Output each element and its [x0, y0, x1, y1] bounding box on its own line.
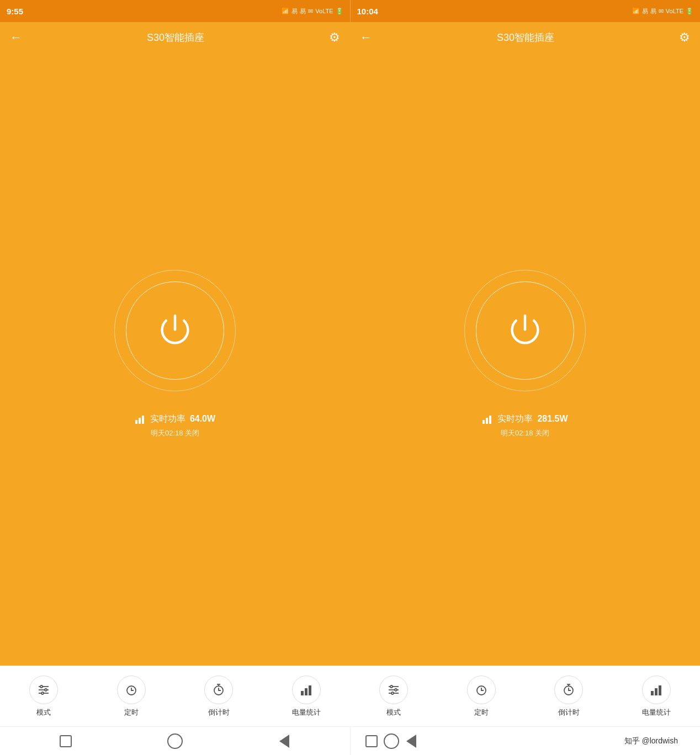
mode-label-right: 模式 — [386, 708, 401, 717]
svg-rect-31 — [651, 691, 654, 695]
right-power-container — [464, 270, 586, 391]
stats-icon-left — [292, 676, 321, 704]
triangle-icon-left — [279, 735, 289, 748]
status-icons-right: 📶 易 易 ✉ VoLTE 🔋 — [632, 7, 693, 15]
svg-point-26 — [391, 692, 394, 694]
svg-rect-14 — [301, 691, 304, 695]
left-toolbar-stats[interactable]: 电量统计 — [287, 676, 326, 717]
left-power-container — [114, 270, 236, 391]
signal-icon-r: 📶 — [632, 8, 640, 15]
battery-icon: 🔋 — [336, 8, 343, 15]
svg-rect-20 — [489, 416, 491, 424]
nav-square-left[interactable] — [56, 731, 76, 751]
circle-icon-right — [384, 733, 399, 749]
right-toolbar-stats[interactable]: 电量统计 — [637, 676, 676, 717]
watermark-section: 知乎 @lordwish — [421, 736, 690, 746]
nav-back-right[interactable] — [401, 731, 421, 751]
app-icon-r: 易 — [650, 7, 656, 15]
countdown-icon-right — [554, 676, 583, 704]
svg-rect-3 — [142, 416, 144, 424]
right-panel: ← S30智能插座 ⚙ — [350, 22, 700, 726]
nav-section-right: 知乎 @lordwish — [351, 727, 701, 755]
back-button-right[interactable]: ← — [360, 30, 372, 45]
square-icon-right — [365, 735, 378, 747]
right-toolbar-countdown[interactable]: 倒计时 — [549, 676, 588, 717]
left-outer-ring — [114, 270, 236, 391]
svg-rect-19 — [486, 418, 488, 424]
right-toolbar-timer[interactable]: 定时 — [462, 676, 501, 717]
volte-icon-r: VoLTE — [666, 8, 683, 14]
settings-button-right[interactable]: ⚙ — [679, 30, 690, 45]
time-right: 10:04 — [357, 7, 378, 16]
battery-icon-r: 🔋 — [686, 8, 693, 15]
status-bar-right: 10:04 📶 易 易 ✉ VoLTE 🔋 — [351, 0, 701, 22]
left-power-row: 实时功率 64.0W — [135, 413, 215, 425]
triangle-icon-right — [406, 735, 416, 748]
left-stats: 实时功率 64.0W 明天02:18 关闭 — [135, 413, 215, 438]
watermark-text: 知乎 @lordwish — [624, 736, 678, 746]
stats-label-left: 电量统计 — [292, 708, 321, 717]
left-schedule: 明天02:18 关闭 — [135, 428, 215, 438]
left-header: ← S30智能插座 ⚙ — [0, 22, 350, 53]
svg-rect-1 — [135, 420, 137, 424]
signal-icon: 📶 — [282, 8, 289, 15]
left-panel: ← S30智能插座 ⚙ — [0, 22, 350, 726]
mail-icon-r: ✉ — [659, 8, 664, 15]
svg-rect-16 — [309, 685, 311, 695]
stats-label-right: 电量统计 — [642, 708, 671, 717]
timer-icon-right — [467, 676, 496, 704]
right-header: ← S30智能插座 ⚙ — [350, 22, 700, 53]
left-toolbar-timer[interactable]: 定时 — [112, 676, 151, 717]
right-toolbar-mode[interactable]: 模式 — [374, 676, 413, 717]
time-left: 9:55 — [7, 7, 23, 16]
chart-icon-left — [135, 413, 146, 424]
svg-rect-32 — [655, 688, 657, 695]
svg-rect-15 — [305, 688, 307, 695]
right-title: S30智能插座 — [497, 31, 554, 44]
left-orange-area: 实时功率 64.0W 明天02:18 关闭 — [0, 53, 350, 666]
back-button-left[interactable]: ← — [10, 30, 22, 45]
svg-rect-33 — [659, 685, 661, 695]
right-power-row: 实时功率 281.5W — [482, 413, 568, 425]
left-power-label: 实时功率 — [150, 413, 185, 425]
main-content: ← S30智能插座 ⚙ — [0, 22, 700, 726]
mode-label-left: 模式 — [36, 708, 51, 717]
mode-icon-right — [379, 676, 408, 704]
nav-bar: 知乎 @lordwish — [0, 726, 700, 755]
svg-point-25 — [395, 689, 397, 691]
status-bars: 9:55 📶 易 易 ✉ VoLTE 🔋 10:04 📶 易 易 ✉ VoLTE… — [0, 0, 700, 22]
timer-label-left: 定时 — [124, 708, 139, 717]
settings-button-left[interactable]: ⚙ — [329, 30, 340, 45]
right-outer-ring — [464, 270, 586, 391]
status-bar-left: 9:55 📶 易 易 ✉ VoLTE 🔋 — [0, 0, 350, 22]
right-stats: 实时功率 281.5W 明天02:18 关闭 — [482, 413, 568, 438]
nav-circle-left[interactable] — [165, 731, 185, 751]
volte-icon: VoLTE — [315, 8, 333, 14]
left-toolbar-countdown[interactable]: 倒计时 — [199, 676, 238, 717]
nav-circle-right[interactable] — [381, 731, 401, 751]
left-toolbar-mode[interactable]: 模式 — [24, 676, 63, 717]
right-toolbar: 模式 定时 — [350, 666, 700, 726]
left-power-value: 64.0W — [190, 414, 215, 424]
countdown-label-right: 倒计时 — [558, 708, 580, 717]
countdown-label-left: 倒计时 — [208, 708, 230, 717]
wifi-icon: 易 — [291, 7, 298, 15]
mode-icon-left — [29, 676, 58, 704]
chart-icon-right — [482, 413, 493, 424]
right-schedule: 明天02:18 关闭 — [482, 428, 568, 438]
square-icon-left — [60, 735, 72, 747]
app-icon: 易 — [300, 7, 306, 15]
svg-rect-2 — [139, 418, 141, 424]
mail-icon: ✉ — [308, 8, 313, 15]
status-icons-left: 📶 易 易 ✉ VoLTE 🔋 — [282, 7, 343, 15]
right-power-label: 实时功率 — [497, 413, 533, 425]
nav-square-right[interactable] — [362, 731, 381, 751]
svg-point-9 — [41, 692, 44, 694]
svg-rect-18 — [482, 420, 485, 424]
right-orange-area: 实时功率 281.5W 明天02:18 关闭 — [350, 53, 700, 666]
stats-icon-right — [642, 676, 671, 704]
nav-section-left — [0, 727, 350, 755]
nav-back-left[interactable] — [274, 731, 294, 751]
svg-point-24 — [390, 685, 393, 688]
svg-point-8 — [45, 689, 47, 691]
